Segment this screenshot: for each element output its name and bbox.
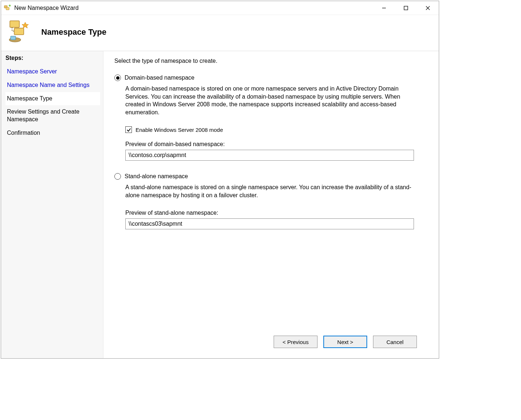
radio-domain-label: Domain-based namespace [125,75,194,81]
maximize-button[interactable] [395,1,417,15]
steps-sidebar: Steps: Namespace Server Namespace Name a… [1,51,103,358]
svg-rect-1 [6,7,9,10]
wizard-footer: < Previous Next > Cancel [114,333,428,355]
svg-marker-9 [22,22,28,28]
domain-preview-label: Preview of domain-based namespace: [125,141,428,148]
standalone-preview-field[interactable] [125,218,414,229]
previous-button[interactable]: < Previous [274,336,317,348]
page-title: Namespace Type [41,27,106,37]
content-panel: Select the type of namespace to create. … [103,51,439,358]
domain-description: A domain-based namespace is stored on on… [125,85,418,116]
radio-icon [114,75,121,81]
wizard-header-icon [8,20,32,44]
svg-rect-8 [14,28,24,35]
intro-text: Select the type of namespace to create. [114,58,428,64]
close-button[interactable] [417,1,439,15]
svg-rect-7 [10,21,19,27]
svg-point-2 [9,4,11,6]
step-namespace-name-settings[interactable]: Namespace Name and Settings [5,79,100,92]
option-standalone: Stand-alone namespace A stand-alone name… [114,173,428,229]
radio-icon [114,173,121,180]
standalone-preview-label: Preview of stand-alone namespace: [125,210,428,216]
window-title: New Namespace Wizard [14,5,79,11]
radio-domain-based[interactable]: Domain-based namespace [114,75,428,81]
wizard-window: New Namespace Wizard Namespac [1,1,439,359]
steps-label: Steps: [5,55,100,61]
option-domain-based: Domain-based namespace A domain-based na… [114,75,428,161]
checkbox-ws2008-mode[interactable]: Enable Windows Server 2008 mode [125,126,428,133]
svg-rect-4 [404,6,408,10]
checkbox-icon [125,126,132,133]
step-namespace-type[interactable]: Namespace Type [5,92,100,106]
window-controls [373,1,439,15]
svg-rect-11 [11,36,16,40]
step-review-create[interactable]: Review Settings and Create Namespace [5,105,100,126]
radio-standalone-label: Stand-alone namespace [125,173,188,180]
app-icon [3,4,11,12]
minimize-button[interactable] [373,1,395,15]
wizard-header: Namespace Type [1,15,439,51]
cancel-button[interactable]: Cancel [373,336,417,348]
standalone-description: A stand-alone namespace is stored on a s… [125,183,418,199]
domain-preview-field[interactable] [125,150,414,161]
step-confirmation[interactable]: Confirmation [5,126,100,140]
radio-standalone[interactable]: Stand-alone namespace [114,173,428,180]
checkbox-label: Enable Windows Server 2008 mode [136,127,223,133]
step-namespace-server[interactable]: Namespace Server [5,65,100,79]
wizard-body: Steps: Namespace Server Namespace Name a… [1,51,439,358]
titlebar: New Namespace Wizard [1,1,439,15]
next-button[interactable]: Next > [323,336,367,348]
